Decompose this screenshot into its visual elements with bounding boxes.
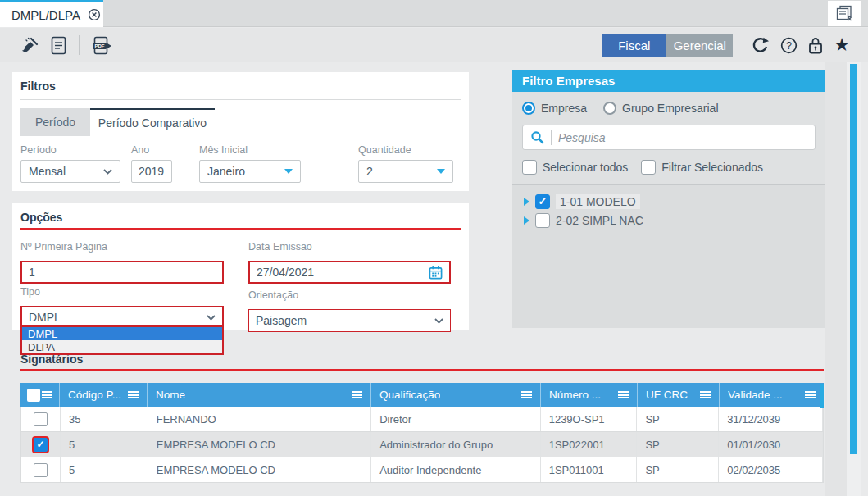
cell-codigo: 5 <box>61 457 148 482</box>
tipo-dropdown-list: DMPL DLPA <box>20 325 224 355</box>
header-codigo[interactable]: Código P... <box>60 383 148 407</box>
radio-empresa[interactable]: Empresa <box>522 102 587 115</box>
header-validade[interactable]: Validade ... <box>720 383 824 407</box>
tab-periodo[interactable]: Período <box>20 108 90 136</box>
quantidade-field: Quantidade 2 <box>358 144 453 183</box>
filtros-title: Filtros <box>20 80 56 93</box>
tipo-option-dmpl[interactable]: DMPL <box>22 327 222 340</box>
quantidade-value: 2 <box>366 165 373 178</box>
tipo-option-dlpa[interactable]: DLPA <box>22 340 222 353</box>
filtrar-selecionados-checkbox[interactable]: Filtrar Selecionados <box>641 160 763 175</box>
column-menu-icon[interactable] <box>700 391 711 398</box>
periodo-select[interactable]: Mensal <box>20 160 120 183</box>
empresa-search-input[interactable] <box>558 131 807 144</box>
select-all-checkbox[interactable] <box>27 389 40 402</box>
tab-periodo-comparativo[interactable]: Período Comparativo <box>90 108 215 136</box>
close-all-documents-button[interactable] <box>828 1 861 26</box>
column-menu-icon[interactable] <box>521 391 532 398</box>
ano-input[interactable] <box>131 160 172 183</box>
mes-inicial-label: Mês Inicial <box>199 144 301 156</box>
mode-toggle: Fiscal Gerencial <box>602 34 733 57</box>
header-numero[interactable]: Número ... <box>541 383 638 407</box>
export-pdf-icon[interactable]: PDF <box>92 36 113 55</box>
header-nome[interactable]: Nome <box>148 383 371 407</box>
ano-label: Ano <box>131 144 172 156</box>
mes-inicial-dropdown[interactable]: Janeiro <box>199 160 301 183</box>
radio-grupo-dot[interactable] <box>603 102 616 115</box>
tab-title: DMPL/DLPA <box>11 8 80 22</box>
row-checkbox[interactable] <box>34 463 48 477</box>
primeira-pagina-label: Nº Primeira Página <box>20 241 224 253</box>
cell-codigo: 5 <box>61 432 148 457</box>
row-checkbox-checked[interactable] <box>34 438 48 452</box>
selecionar-todos-checkbox[interactable]: Selecionar todos <box>522 160 628 175</box>
selecionar-todos-box[interactable] <box>522 160 537 175</box>
column-menu-icon[interactable] <box>618 391 629 398</box>
header-nome-label: Nome <box>156 389 185 401</box>
tipo-field: Tipo DMPL <box>20 286 224 329</box>
expand-arrow-icon[interactable] <box>524 198 529 206</box>
header-select-all-cell[interactable] <box>20 383 60 407</box>
page-scrollbar[interactable] <box>847 62 861 496</box>
cell-qualificacao: Diretor <box>371 407 541 431</box>
filtrar-selecionados-box[interactable] <box>641 160 656 175</box>
ano-field: Ano <box>131 144 172 183</box>
radio-empresa-dot[interactable] <box>522 102 535 115</box>
table-row-selected[interactable]: 5 EMPRESA MODELO CD Administrador do Gru… <box>20 432 824 457</box>
radio-grupo-label: Grupo Empresarial <box>622 102 719 115</box>
table-row[interactable]: 35 FERNANDO Diretor 1239O-SP1 SP 31/12/2… <box>20 407 824 432</box>
column-menu-icon[interactable] <box>352 391 362 398</box>
quantidade-label: Quantidade <box>358 144 453 156</box>
empresa-search-box[interactable] <box>522 125 816 150</box>
column-menu-icon[interactable] <box>805 391 816 398</box>
svg-text:PDF: PDF <box>95 43 105 48</box>
svg-text:?: ? <box>786 40 792 52</box>
orientacao-select[interactable]: Paisagem <box>248 309 451 332</box>
selecionar-todos-label: Selecionar todos <box>543 161 628 174</box>
data-emissao-label: Data Emissão <box>248 241 451 253</box>
chevron-down-icon <box>103 169 112 175</box>
opcoes-panel: Opções Nº Primeira Página Data Emissão 2… <box>12 203 469 330</box>
filtro-empresas-header: Filtro Empresas <box>512 70 825 92</box>
empresa-checkbox-checked[interactable] <box>535 194 550 209</box>
tab-dmpl-dlpa[interactable]: DMPL/DLPA <box>0 0 103 27</box>
clean-icon[interactable] <box>20 37 39 54</box>
periodo-value: Mensal <box>29 165 66 178</box>
lock-icon[interactable] <box>808 36 823 54</box>
cell-nome: EMPRESA MODELO CD <box>148 457 371 482</box>
empresa-check-options: Selecionar todos Filtrar Selecionados <box>522 160 816 175</box>
column-menu-icon[interactable] <box>42 391 52 398</box>
cell-numero: 1SP011001 <box>541 457 638 482</box>
table-row[interactable]: 5 EMPRESA MODELO CD Auditor Independente… <box>20 457 824 483</box>
gerencial-button[interactable]: Gerencial <box>666 34 733 57</box>
filtro-empresas-body: Empresa Grupo Empresarial Selecionar tod… <box>512 92 825 184</box>
fiscal-button[interactable]: Fiscal <box>602 34 666 57</box>
table-scrollbar-thumb[interactable] <box>820 384 824 408</box>
calendar-icon[interactable] <box>429 266 443 280</box>
header-qualificacao[interactable]: Qualificação <box>371 383 541 407</box>
filtros-tabs: Período Período Comparativo <box>20 108 215 136</box>
tab-close-icon[interactable] <box>88 8 101 21</box>
empresa-tree-item[interactable]: 2-02 SIMPL NAC <box>524 211 825 230</box>
data-emissao-datepicker[interactable]: 27/04/2021 <box>248 261 451 284</box>
primeira-pagina-input[interactable] <box>20 261 224 284</box>
cell-qualificacao: Auditor Independente <box>371 457 541 482</box>
radio-grupo-empresarial[interactable]: Grupo Empresarial <box>603 102 719 115</box>
cell-qualificacao: Administrador do Grupo <box>371 432 541 457</box>
empresa-tree-label[interactable]: 1-01 MODELO <box>556 194 640 209</box>
report-icon[interactable] <box>51 36 66 55</box>
header-uf-crc[interactable]: UF CRC <box>638 383 720 407</box>
row-checkbox-cell <box>21 407 61 431</box>
column-menu-icon[interactable] <box>128 391 139 398</box>
refresh-icon[interactable] <box>751 36 770 55</box>
empresa-tree-item[interactable]: 1-01 MODELO <box>524 192 825 211</box>
empresa-checkbox-unchecked[interactable] <box>535 213 550 228</box>
expand-arrow-icon[interactable] <box>524 216 529 225</box>
favorite-star-icon[interactable]: ★ <box>834 36 850 54</box>
empresa-tree-label[interactable]: 2-02 SIMPL NAC <box>556 214 643 227</box>
help-icon[interactable]: ? <box>780 37 798 54</box>
page-scrollbar-thumb[interactable] <box>850 64 857 454</box>
tipo-value: DMPL <box>29 311 61 324</box>
row-checkbox[interactable] <box>34 412 48 426</box>
quantidade-dropdown[interactable]: 2 <box>358 160 453 183</box>
